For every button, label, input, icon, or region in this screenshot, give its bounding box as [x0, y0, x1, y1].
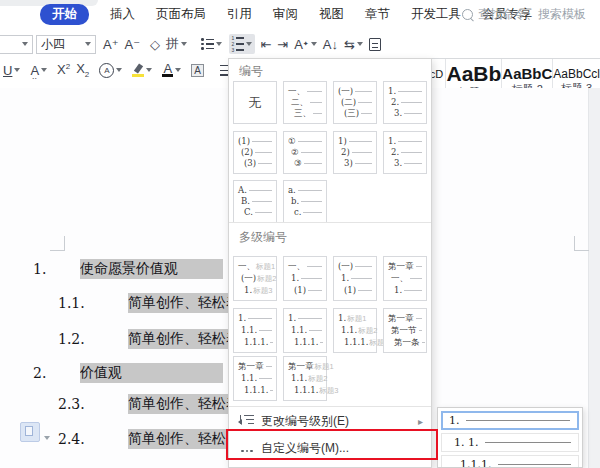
preset-line: B. — [241, 196, 272, 207]
number-preset-8[interactable]: 1.2.3. — [383, 131, 427, 174]
font-name-combo[interactable] — [0, 35, 33, 54]
paste-options-caret[interactable] — [42, 429, 50, 443]
placeholder-line — [466, 420, 571, 421]
preset-line: 1. — [291, 273, 322, 284]
multilevel-preset-5[interactable]: 1.1.1.1.1.1. — [233, 308, 277, 353]
preset-heading-label: 标题2 — [257, 274, 276, 284]
list-number: 1.2. — [58, 329, 108, 349]
char-shading-button[interactable]: A — [188, 60, 207, 80]
number-preset-4[interactable]: 1.2.3. — [383, 81, 427, 124]
preset-prefix: 1. — [388, 137, 396, 146]
numbered-list-icon — [232, 36, 245, 52]
font-shrink-icon: A⁻ — [125, 37, 141, 52]
number-preset-6[interactable]: ①②③ — [283, 131, 327, 174]
preset-prefix: 第一章 — [288, 362, 314, 371]
preset-heading-label: 标题3 — [253, 286, 272, 296]
preset-line: 1. — [388, 136, 422, 147]
font-size-combo[interactable]: 小四 — [36, 35, 96, 54]
preset-line: 1.1. — [241, 373, 272, 384]
number-preset-7[interactable]: 1)2)3) — [333, 131, 377, 174]
increase-indent-button[interactable]: ⇥ — [274, 34, 291, 54]
preset-line: 第一章标题1 — [288, 361, 322, 372]
placeholder-line — [410, 278, 422, 279]
style-sample: AaBbC — [502, 66, 552, 81]
char-accent-button[interactable]: A — [27, 60, 50, 80]
ribbon-tab-1[interactable]: 开始 — [40, 4, 89, 25]
subscript-button[interactable]: X2 — [73, 60, 92, 80]
chevron-down-icon — [146, 68, 152, 72]
selected-text-run[interactable]: 简单创作、轻松表 — [128, 293, 240, 313]
increase-font-button[interactable]: A⁺ — [100, 34, 122, 54]
level-option-2[interactable]: 1. 1. — [441, 433, 579, 452]
subscript-icon: X2 — [76, 61, 89, 79]
placeholder-line — [398, 141, 422, 142]
placeholder-line — [303, 212, 322, 213]
number-preset-2[interactable]: 一、二、三、 — [283, 81, 327, 124]
selected-text-run[interactable]: 简单创作、轻松表 — [128, 429, 240, 449]
multilevel-preset-10[interactable]: 第一章标题11.1.标题21.1.1.标题3 — [283, 356, 327, 401]
level-option-3[interactable]: 1.1.1. — [441, 455, 579, 468]
font-color-button[interactable]: A — [159, 60, 184, 80]
decrease-indent-button[interactable]: ⇤ — [257, 34, 274, 54]
sort-button[interactable]: A↓ — [320, 34, 341, 54]
preset-line: 1. — [394, 285, 422, 296]
multilevel-preset-4[interactable]: 第一章一、1. — [383, 256, 427, 301]
ribbon-tab-2[interactable]: 插入 — [110, 6, 135, 23]
preset-prefix: b. — [291, 197, 299, 206]
preset-line: 1.1.标题2 — [291, 373, 322, 384]
ribbon-tab-8[interactable]: 开发工具 — [411, 6, 461, 23]
preset-line: 1.1.1. — [244, 337, 272, 348]
multilevel-preset-8[interactable]: 第一章第一节第一条 — [383, 308, 427, 353]
number-preset-10[interactable]: a.b.c. — [283, 180, 327, 223]
preset-prefix: 1.1.1. — [294, 338, 318, 347]
multilevel-preset-6[interactable]: 1.1.1.1.1.1. — [283, 308, 327, 353]
clear-format-button[interactable]: ◇ — [147, 34, 163, 54]
level-option-1[interactable]: 1. — [441, 411, 579, 430]
preset-prefix: 1. — [238, 314, 246, 323]
preset-line: c. — [294, 207, 322, 218]
multilevel-preset-1[interactable]: 一、标题1(一)标题21.标题3 — [233, 256, 277, 301]
number-preset-9[interactable]: A.B.C. — [233, 180, 277, 223]
underline-button[interactable]: U — [0, 60, 23, 80]
decrease-font-button[interactable]: A⁻ — [122, 34, 144, 54]
show-marks-icon — [369, 38, 381, 51]
paste-options-button[interactable] — [20, 422, 40, 442]
selected-text-run[interactable]: 简单创作、轻松表 — [128, 329, 240, 349]
number-preset-5[interactable]: (1)(2)(3) — [233, 131, 277, 174]
preset-prefix: a. — [288, 186, 296, 195]
highlight-color-button[interactable] — [129, 60, 155, 80]
ribbon-tab-4[interactable]: 引用 — [227, 6, 252, 23]
enclose-char-button[interactable]: A — [96, 60, 125, 80]
preset-line: 1.1.1. — [294, 337, 322, 348]
multilevel-preset-7[interactable]: 1.标题11.1.标题21.1.1.标题3 — [333, 308, 377, 353]
numbered-list-button[interactable] — [229, 34, 256, 54]
multilevel-preset-2[interactable]: 一、1.(1) — [283, 256, 327, 301]
vertical-scrollbar[interactable] — [588, 88, 600, 468]
text-effects-button[interactable]: A✦ — [291, 34, 320, 54]
multilevel-preset-9[interactable]: 第一章1.1.1.1.1. — [233, 356, 277, 401]
text-direction-button[interactable]: ⇆ — [341, 34, 366, 54]
selected-text-run[interactable]: 简单创作、轻松表 — [128, 394, 240, 414]
preset-prefix: 第一章 — [388, 262, 414, 271]
preset-line: (二) — [341, 97, 372, 108]
selected-text-run[interactable]: 价值观 — [80, 363, 223, 383]
superscript-button[interactable]: X2 — [54, 60, 73, 80]
ribbon-tab-3[interactable]: 页面布局 — [156, 6, 206, 23]
placeholder-line — [358, 290, 372, 291]
number-preset-3[interactable]: (一)(二)(三) — [333, 81, 377, 124]
ribbon-tab-5[interactable]: 审阅 — [273, 6, 298, 23]
menu-item-change-number-level[interactable]: 更改编号级别(E) ▸ — [230, 409, 430, 433]
command-search[interactable]: 查找命令、搜索模板 — [462, 6, 586, 23]
show-marks-button[interactable] — [366, 34, 384, 54]
placeholder-line — [398, 91, 422, 92]
selected-text-run[interactable]: 使命愿景价值观 — [80, 259, 223, 279]
number-preset-1[interactable]: 无 — [233, 81, 277, 124]
ribbon-tab-6[interactable]: 视图 — [319, 6, 344, 23]
placeholder-line — [401, 152, 422, 153]
pinyin-tool-button[interactable]: 拼 — [163, 34, 190, 54]
ribbon-tab-7[interactable]: 章节 — [365, 6, 390, 23]
preset-prefix: 1. — [341, 274, 349, 283]
multilevel-preset-3[interactable]: (一)1.(1) — [333, 256, 377, 301]
menu-item-customize-numbering[interactable]: 自定义编号(M)... — [230, 436, 430, 460]
bullet-list-button[interactable] — [198, 34, 225, 54]
